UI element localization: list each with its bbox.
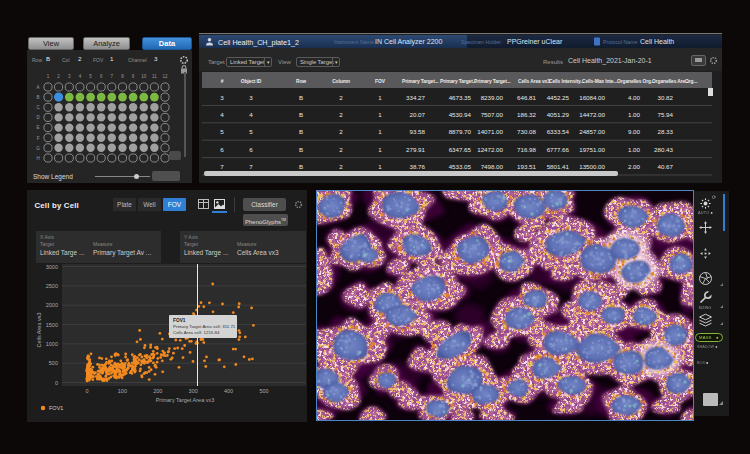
svg-text:2.00: 2.00 (628, 163, 641, 170)
svg-text:Cells Area vx3: Cells Area vx3 (36, 312, 42, 347)
svg-text:4533.05: 4533.05 (449, 163, 472, 170)
svg-text:2: 2 (339, 111, 343, 118)
svg-text:1.00: 1.00 (628, 146, 641, 153)
svg-text:2: 2 (339, 128, 343, 135)
svg-text:Primary Target Area vx3: Primary Target Area vx3 (156, 397, 215, 403)
svg-text:A: A (36, 85, 39, 90)
svg-text:1: 1 (378, 128, 382, 135)
svg-text:FOV1: FOV1 (49, 405, 63, 411)
svg-text:4452.25: 4452.25 (547, 94, 570, 101)
svg-text:6347.65: 6347.65 (449, 146, 472, 153)
svg-text:400: 400 (224, 388, 233, 394)
svg-text:B: B (299, 94, 303, 101)
svg-text:2: 2 (57, 74, 60, 79)
svg-text:100: 100 (118, 388, 127, 394)
svg-text:B: B (299, 163, 303, 170)
svg-text:24857.00: 24857.00 (579, 128, 605, 135)
svg-text:1500: 1500 (46, 322, 58, 328)
svg-text:3: 3 (249, 94, 253, 101)
svg-text:5801.41: 5801.41 (547, 163, 570, 170)
svg-text:0: 0 (85, 388, 88, 394)
svg-text:11: 11 (152, 74, 157, 79)
svg-text:93.58: 93.58 (410, 128, 426, 135)
svg-text:10: 10 (141, 74, 147, 79)
svg-text:2: 2 (339, 146, 343, 153)
svg-text:Cells-Max Inte...: Cells-Max Inte... (582, 79, 618, 84)
svg-text:H: H (36, 156, 39, 161)
svg-text:Primary Target Area vx3: 311.7: Primary Target Area vx3: 311.71 (173, 324, 236, 329)
svg-text:#: # (221, 79, 224, 84)
svg-text:FOV1: FOV1 (173, 318, 186, 323)
svg-text:Primary Target...: Primary Target... (402, 79, 439, 84)
svg-text:12472.00: 12472.00 (477, 146, 503, 153)
svg-text:2000: 2000 (46, 302, 58, 308)
svg-text:7498.00: 7498.00 (481, 163, 504, 170)
svg-text:6: 6 (100, 74, 103, 79)
svg-text:20.07: 20.07 (410, 111, 426, 118)
svg-text:9.00: 9.00 (628, 128, 641, 135)
svg-text:Primary Target...: Primary Target... (474, 79, 511, 84)
svg-text:G: G (36, 146, 40, 151)
svg-text:40.67: 40.67 (658, 163, 674, 170)
svg-text:646.81: 646.81 (517, 94, 536, 101)
svg-text:3000: 3000 (46, 264, 58, 270)
svg-text:1: 1 (378, 94, 382, 101)
svg-text:4: 4 (249, 111, 253, 118)
svg-text:8: 8 (121, 74, 124, 79)
svg-text:186.32: 186.32 (517, 111, 536, 118)
svg-text:1: 1 (47, 74, 50, 79)
svg-text:38.76: 38.76 (410, 163, 426, 170)
svg-text:4673.35: 4673.35 (449, 94, 472, 101)
svg-text:14071.00: 14071.00 (477, 128, 503, 135)
svg-text:500: 500 (49, 360, 58, 366)
svg-text:279.91: 279.91 (406, 146, 425, 153)
svg-text:193.51: 193.51 (517, 163, 536, 170)
svg-text:16084.00: 16084.00 (579, 94, 605, 101)
svg-text:1: 1 (378, 111, 382, 118)
svg-text:1000: 1000 (46, 341, 58, 347)
svg-text:730.08: 730.08 (517, 128, 536, 135)
svg-text:2: 2 (339, 163, 343, 170)
svg-text:F: F (37, 136, 40, 141)
svg-text:7: 7 (220, 163, 224, 170)
svg-text:2500: 2500 (46, 283, 58, 289)
svg-text:7: 7 (249, 163, 253, 170)
svg-text:4530.94: 4530.94 (449, 111, 472, 118)
svg-text:6: 6 (220, 146, 224, 153)
svg-text:4.00: 4.00 (628, 94, 641, 101)
svg-text:5: 5 (220, 128, 224, 135)
svg-text:500: 500 (259, 388, 268, 394)
svg-text:3: 3 (220, 94, 224, 101)
svg-text:12: 12 (162, 74, 168, 79)
svg-text:4051.29: 4051.29 (547, 111, 570, 118)
svg-text:Row: Row (296, 79, 306, 84)
svg-text:B: B (299, 111, 303, 118)
svg-text:5: 5 (249, 128, 253, 135)
svg-text:D: D (36, 115, 40, 120)
svg-text:6333.54: 6333.54 (547, 128, 570, 135)
svg-text:0: 0 (55, 380, 58, 386)
svg-text:300: 300 (189, 388, 198, 394)
svg-text:200: 200 (153, 388, 162, 394)
svg-text:B: B (36, 95, 39, 100)
svg-text:C: C (36, 105, 40, 110)
svg-text:Object ID: Object ID (241, 79, 262, 84)
svg-text:Cells Intensity...: Cells Intensity... (549, 79, 585, 84)
svg-text:Primary Target...: Primary Target... (440, 79, 477, 84)
svg-text:FOV: FOV (375, 79, 386, 84)
svg-text:Cells Area vx3: 1215.84: Cells Area vx3: 1215.84 (173, 330, 220, 335)
svg-text:4: 4 (79, 74, 82, 79)
svg-text:1: 1 (378, 146, 382, 153)
svg-text:716.98: 716.98 (517, 146, 536, 153)
svg-text:4: 4 (220, 111, 224, 118)
svg-text:E: E (36, 125, 39, 130)
svg-text:B: B (299, 128, 303, 135)
svg-text:280.43: 280.43 (654, 146, 673, 153)
svg-text:6777.66: 6777.66 (547, 146, 570, 153)
svg-text:7: 7 (111, 74, 114, 79)
svg-text:334.27: 334.27 (406, 94, 425, 101)
svg-text:Organelles Org...: Organelles Org... (617, 79, 655, 84)
svg-text:Cells Area vx3: Cells Area vx3 (518, 79, 550, 84)
svg-text:14472.00: 14472.00 (579, 111, 605, 118)
svg-text:5: 5 (89, 74, 92, 79)
